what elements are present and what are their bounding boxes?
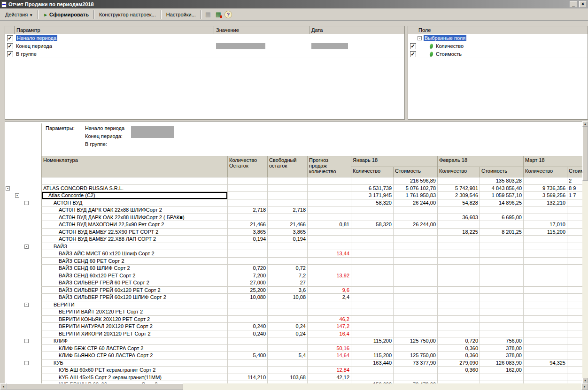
report-cell-feb_k[interactable] [438,287,480,294]
report-cell-feb_s[interactable] [480,294,524,301]
report-cell-prog[interactable] [308,199,351,207]
report-cell-prog[interactable] [308,301,351,309]
report-cell-name[interactable]: КУБ АШ 60х60 РЕТ керам.гранит Сорт 2 [41,367,228,374]
report-cell-ost[interactable] [228,337,268,345]
generate-button[interactable]: ►Сформировать [40,10,92,19]
report-cell-jan_k[interactable] [351,206,394,214]
report-cell-jan_s[interactable]: 73 377,90 [394,359,438,367]
report-cell-mar_s[interactable] [567,316,582,323]
report-cell-jan_s[interactable] [394,272,438,280]
report-cell-ost[interactable]: 21,466 [228,221,268,229]
report-cell-svob[interactable]: 103,68 [268,374,308,382]
report-cell-ost[interactable] [228,199,268,207]
report-cell-mar_k[interactable] [524,279,567,287]
report-cell-jan_s[interactable] [394,265,438,272]
report-cell-mar_s[interactable] [567,199,582,207]
report-cell-name[interactable]: АСТОН ВУД [41,199,228,207]
report-cell-jan_k[interactable] [351,287,394,294]
report-cell-jan_k[interactable] [351,265,394,272]
report-row[interactable]: -ATLAS CONCORD RUSSIA S.R.L.6 531,7395 0… [5,185,582,192]
help-icon[interactable]: ? [224,11,232,18]
field-checkbox[interactable]: ✓ [410,51,416,57]
collapse-icon[interactable]: - [24,339,29,343]
report-row[interactable]: ВАЙЗ АЙС МИСТ 60 х120 Шлиф Сорт 213,44 [5,250,582,258]
report-cell-mar_s[interactable] [567,308,582,316]
report-row[interactable]: КУБ АШ 60х60 РЕТ керам.гранит Сорт 212,8… [5,367,582,374]
report-cell-prog[interactable]: 50,16 [308,345,351,352]
report-cell-jan_s[interactable] [394,279,438,287]
report-cell-mar_k[interactable] [524,294,567,301]
parameter-value-cell[interactable] [214,43,309,49]
report-row[interactable]: ВАЙЗ СИЛЬВЕР ГРЕЙ 60х120 ШЛИФ Сорт 210,0… [5,294,582,301]
report-cell-jan_s[interactable] [394,294,438,301]
report-cell-ost[interactable]: 0,194 [228,236,268,243]
report-cell-ost[interactable]: 0,240 [228,330,268,338]
report-cell-feb_k[interactable]: 2 309,546 [438,192,480,199]
parameter-row[interactable]: ✓Начало периода [5,34,404,42]
report-cell-feb_s[interactable]: 135 803,28 [480,177,524,185]
report-cell-mar_s[interactable] [567,330,582,338]
report-cell-ost[interactable]: 5,400 [228,352,268,359]
report-cell-svob[interactable]: 3,865 [268,229,308,236]
report-cell-svob[interactable]: 10,08 [268,294,308,301]
report-cell-feb_k[interactable] [438,308,480,316]
report-cell-mar_k[interactable] [524,301,567,309]
report-cell-mar_k[interactable] [524,206,567,214]
report-cell-name[interactable]: ВАЙЗ СИЛЬВЕР ГРЕЙ 60 РЕТ Сорт 2 [41,279,228,287]
report-row[interactable]: -ВЕРИТИ [5,301,582,309]
parameter-checkbox[interactable]: ✓ [7,43,13,49]
report-cell-svob[interactable]: 7,2 [268,272,308,280]
report-cell-prog[interactable]: 13,44 [308,250,351,258]
report-cell-jan_k[interactable]: 6 531,739 [351,185,394,192]
collapse-icon[interactable]: - [24,201,29,205]
report-cell-feb_k[interactable] [438,294,480,301]
report-cell-ost[interactable]: 10,080 [228,294,268,301]
vertical-scroll-thumb[interactable] [582,127,588,181]
report-cell-prog[interactable] [308,258,351,265]
report-cell-svob[interactable] [268,177,308,185]
report-cell-feb_k[interactable] [438,265,480,272]
field-row[interactable]: ✓Количество [408,42,588,50]
parameter-row[interactable]: ✓В группе [5,50,404,58]
minimize-button[interactable]: _ [570,1,577,8]
report-cell-feb_s[interactable] [480,374,524,382]
report-cell-mar_k[interactable] [524,323,567,330]
report-cell-prog[interactable] [308,236,351,243]
report-cell-feb_s[interactable]: 756,00 [480,337,524,345]
report-row[interactable]: АСТ0Н ВУД ДАРК ОАК 22х88 ШЛИФСорт 2 ( БР… [5,214,582,222]
report-cell-mar_s[interactable] [567,301,582,309]
export-table-icon[interactable]: ▦ [214,10,223,19]
report-cell-jan_k[interactable] [351,236,394,243]
report-row[interactable]: -АСТОН ВУД58,32026 244,0054,82814 896,25… [5,199,582,207]
report-cell-mar_k[interactable]: 132,210 [524,199,567,207]
report-cell-mar_k[interactable] [524,243,567,251]
report-cell-jan_s[interactable] [394,229,438,236]
report-cell-feb_s[interactable]: 8 201,25 [480,229,524,236]
report-cell-name[interactable]: КЛИФ [41,337,228,345]
collapse-icon[interactable]: - [6,186,10,191]
field-row[interactable]: ✓Стоимость [408,50,588,58]
report-cell-svob[interactable]: 2,718 [268,206,308,214]
report-cell-jan_s[interactable] [394,308,438,316]
report-cell-jan_s[interactable] [394,301,438,309]
report-cell-mar_s[interactable] [567,250,582,258]
report-cell-jan_k[interactable] [351,374,394,382]
report-row[interactable]: -ВАЙЗ [5,243,582,251]
report-cell-feb_k[interactable] [438,250,480,258]
report-cell-prog[interactable] [308,177,351,185]
report-cell-feb_k[interactable] [438,279,480,287]
report-cell-prog[interactable]: 46,2 [308,316,351,323]
report-cell-mar_k[interactable] [524,308,567,316]
report-cell-jan_k[interactable] [351,243,394,251]
collapse-icon[interactable]: - [418,36,422,40]
vertical-scrollbar[interactable]: ▲ ▼ [582,121,588,383]
report-cell-jan_s[interactable]: 5 076 102,78 [394,185,438,192]
report-cell-mar_k[interactable]: 9 736,356 [524,185,567,192]
collapse-icon[interactable]: - [24,361,29,365]
report-cell-prog[interactable] [308,243,351,251]
report-cell-svob[interactable] [268,345,308,352]
report-cell-mar_s[interactable] [567,367,582,374]
report-cell-mar_s[interactable]: 8 9 [567,185,582,192]
report-cell-svob[interactable]: 0,72 [268,265,308,272]
report-cell-mar_k[interactable] [524,265,567,272]
